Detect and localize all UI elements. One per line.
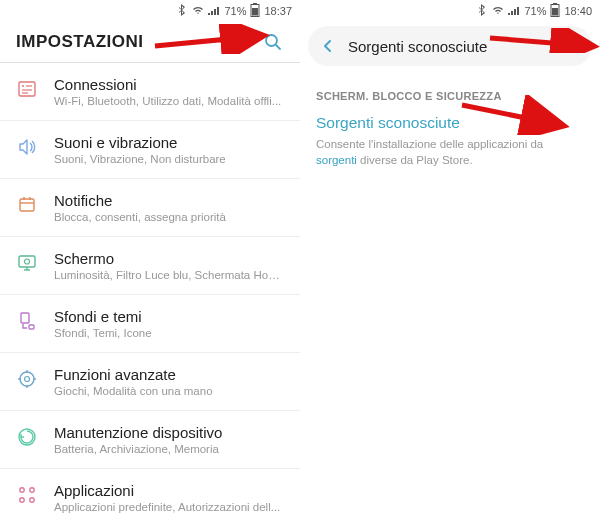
wifi-icon [192, 5, 204, 17]
maintenance-icon [16, 426, 38, 448]
search-screen: 71% 18:40 Sorgenti sconosciute SCHERM. B… [300, 0, 600, 524]
settings-item[interactable]: SchermoLuminosità, Filtro Luce blu, Sche… [0, 237, 300, 295]
result-subtitle: Consente l'installazione delle applicazi… [316, 136, 584, 168]
item-subtitle: Sfondi, Temi, Icone [54, 327, 284, 339]
bluetooth-icon [478, 4, 488, 18]
apps-icon [16, 484, 38, 506]
svg-point-28 [30, 488, 34, 492]
svg-point-27 [20, 488, 24, 492]
settings-item[interactable]: Suoni e vibrazioneSuoni, Vibrazione, Non… [0, 121, 300, 179]
display-icon [16, 252, 38, 274]
status-bar: 71% 18:37 [0, 0, 300, 22]
sound-icon [16, 136, 38, 158]
settings-item[interactable]: NotificheBlocca, consenti, assegna prior… [0, 179, 300, 237]
settings-item[interactable]: ConnessioniWi-Fi, Bluetooth, Utilizzo da… [0, 63, 300, 121]
settings-item[interactable]: ApplicazioniApplicazioni predefinite, Au… [0, 469, 300, 524]
svg-rect-35 [552, 8, 558, 16]
notifications-icon [16, 194, 38, 216]
advanced-icon [16, 368, 38, 390]
search-button[interactable] [262, 31, 284, 53]
settings-item[interactable]: Funzioni avanzateGiochi, Modalità con un… [0, 353, 300, 411]
bluetooth-icon [178, 4, 188, 18]
svg-line-4 [276, 45, 280, 49]
svg-point-29 [20, 498, 24, 502]
settings-list: ConnessioniWi-Fi, Bluetooth, Utilizzo da… [0, 63, 300, 524]
item-title: Manutenzione dispositivo [54, 424, 284, 441]
connections-icon [16, 78, 38, 100]
wallpaper-icon [16, 310, 38, 332]
item-subtitle: Applicazioni predefinite, Autorizzazioni… [54, 501, 284, 513]
result-title: Sorgenti sconosciute [316, 114, 584, 132]
search-bar: Sorgenti sconosciute [308, 26, 592, 66]
search-result[interactable]: Sorgenti sconosciute Consente l'installa… [300, 110, 600, 184]
battery-text: 71% [524, 5, 546, 17]
signal-icon [208, 5, 220, 17]
svg-rect-18 [21, 313, 29, 323]
item-subtitle: Luminosità, Filtro Luce blu, Schermata H… [54, 269, 284, 281]
svg-point-30 [30, 498, 34, 502]
time-text: 18:37 [264, 5, 292, 17]
item-title: Applicazioni [54, 482, 284, 499]
signal-icon [508, 5, 520, 17]
settings-screen: 71% 18:37 IMPOSTAZIONI ConnessioniWi-Fi,… [0, 0, 300, 524]
search-icon [263, 32, 283, 52]
battery-icon [550, 3, 560, 19]
svg-point-6 [22, 85, 24, 87]
clear-button[interactable] [562, 36, 582, 56]
item-title: Schermo [54, 250, 284, 267]
svg-rect-5 [19, 82, 35, 96]
svg-point-21 [25, 377, 30, 382]
item-title: Funzioni avanzate [54, 366, 284, 383]
svg-rect-2 [252, 8, 258, 16]
svg-point-20 [20, 372, 34, 386]
item-subtitle: Batteria, Archiviazione, Memoria [54, 443, 284, 455]
section-header: SCHERM. BLOCCO E SICUREZZA [300, 74, 600, 110]
chevron-left-icon [321, 39, 335, 53]
item-title: Sfondi e temi [54, 308, 284, 325]
back-button[interactable] [318, 36, 338, 56]
item-title: Suoni e vibrazione [54, 134, 284, 151]
settings-header: IMPOSTAZIONI [0, 22, 300, 62]
svg-rect-10 [20, 199, 34, 211]
battery-icon [250, 3, 260, 19]
svg-rect-14 [19, 256, 35, 267]
page-title: IMPOSTAZIONI [16, 32, 144, 52]
settings-item[interactable]: Manutenzione dispositivoBatteria, Archiv… [0, 411, 300, 469]
settings-item[interactable]: Sfondi e temiSfondi, Temi, Icone [0, 295, 300, 353]
search-input[interactable]: Sorgenti sconosciute [348, 38, 552, 55]
svg-rect-19 [29, 325, 34, 329]
battery-text: 71% [224, 5, 246, 17]
item-subtitle: Giochi, Modalità con una mano [54, 385, 284, 397]
status-bar: 71% 18:40 [300, 0, 600, 22]
item-subtitle: Wi-Fi, Bluetooth, Utilizzo dati, Modalit… [54, 95, 284, 107]
item-subtitle: Blocca, consenti, assegna priorità [54, 211, 284, 223]
item-subtitle: Suoni, Vibrazione, Non disturbare [54, 153, 284, 165]
svg-point-15 [25, 259, 30, 264]
item-title: Notifiche [54, 192, 284, 209]
item-title: Connessioni [54, 76, 284, 93]
time-text: 18:40 [564, 5, 592, 17]
close-icon [565, 39, 579, 53]
wifi-icon [492, 5, 504, 17]
svg-point-3 [266, 35, 277, 46]
